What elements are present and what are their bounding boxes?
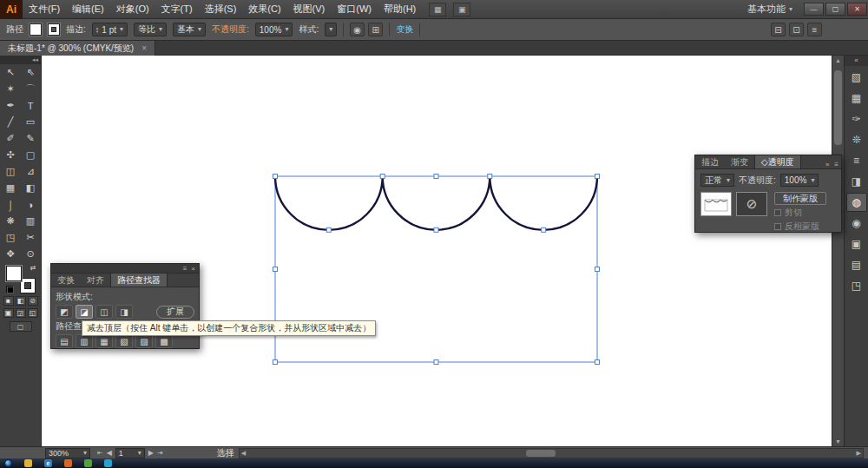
crop-button[interactable]: ▧ bbox=[115, 334, 133, 348]
canvas[interactable] bbox=[42, 56, 832, 446]
brushes-panel-icon[interactable]: ✑ bbox=[846, 109, 867, 129]
menu-item[interactable]: 文字(T) bbox=[155, 3, 199, 16]
panel-menu-icon[interactable]: ≡ bbox=[807, 23, 822, 36]
slice-tool[interactable]: ✂ bbox=[21, 229, 41, 246]
minimize-button[interactable]: — bbox=[804, 3, 824, 16]
horizontal-scroll-thumb[interactable] bbox=[526, 450, 556, 457]
appearance-panel-icon[interactable]: ◉ bbox=[846, 214, 867, 233]
start-button[interactable] bbox=[4, 459, 12, 467]
scroll-left-icon[interactable]: ◀ bbox=[240, 450, 247, 457]
close-button[interactable]: ✕ bbox=[847, 3, 867, 16]
direct-selection-tool[interactable]: ⇖ bbox=[21, 64, 41, 81]
outline-button[interactable]: ▨ bbox=[135, 334, 153, 348]
ie-browser-icon[interactable]: e bbox=[44, 459, 52, 467]
prev-artboard-icon[interactable]: ◀ bbox=[107, 449, 112, 457]
scallop-path[interactable] bbox=[275, 176, 597, 230]
expand-button[interactable]: 扩展 bbox=[156, 306, 194, 319]
screen-mode-button[interactable]: ▢ bbox=[10, 321, 32, 332]
restore-button[interactable]: ▢ bbox=[825, 3, 845, 16]
folder-icon[interactable] bbox=[24, 459, 32, 467]
gradient-button[interactable]: ◧ bbox=[16, 296, 26, 306]
symbol-sprayer-tool[interactable]: ❋ bbox=[1, 213, 21, 229]
width-tool[interactable]: ✣ bbox=[1, 147, 21, 163]
unite-button[interactable]: ◩ bbox=[56, 305, 73, 319]
swap-colors-icon[interactable]: ⇄ bbox=[30, 264, 36, 272]
minus-front-button[interactable]: ◪ bbox=[76, 305, 93, 319]
menu-item[interactable]: 编辑(E) bbox=[66, 3, 110, 16]
stroke-color-swatch[interactable] bbox=[48, 23, 60, 36]
type-tool[interactable]: T bbox=[21, 97, 41, 114]
clip-checkbox-row[interactable]: 剪切 bbox=[774, 207, 826, 219]
vertical-scroll-thumb[interactable] bbox=[834, 70, 842, 145]
eyedropper-tool[interactable]: ⌡ bbox=[1, 196, 21, 213]
line-segment-tool[interactable]: ╱ bbox=[1, 114, 21, 130]
gradient-panel-icon[interactable]: ◨ bbox=[846, 172, 867, 191]
make-mask-button[interactable]: 制作蒙版 bbox=[774, 192, 826, 205]
isolate-mode-icon[interactable]: ⊡ bbox=[789, 23, 804, 36]
tab-透明度[interactable]: ◇透明度 bbox=[754, 155, 801, 168]
pencil-tool[interactable]: ✎ bbox=[21, 130, 41, 147]
trim-button[interactable]: ▥ bbox=[76, 334, 93, 348]
intersect-button[interactable]: ◫ bbox=[95, 305, 113, 319]
tab-close-icon[interactable]: × bbox=[141, 43, 147, 53]
menu-item[interactable]: 窗口(W) bbox=[331, 3, 378, 16]
perspective-grid-tool[interactable]: ⊿ bbox=[21, 163, 41, 180]
artboard-number-field[interactable]: 1 bbox=[115, 448, 145, 458]
first-artboard-icon[interactable]: ⇤ bbox=[97, 449, 103, 457]
rectangle-tool[interactable]: ▭ bbox=[21, 114, 41, 130]
minus-back-button[interactable]: ▩ bbox=[155, 334, 173, 348]
merge-button[interactable]: ▦ bbox=[95, 334, 113, 348]
tools-collapse-icon[interactable]: ◂◂ bbox=[0, 56, 41, 64]
column-graph-tool[interactable]: ▥ bbox=[21, 213, 41, 229]
next-artboard-icon[interactable]: ▶ bbox=[148, 449, 154, 457]
mask-thumbnail[interactable]: ⊘ bbox=[736, 192, 767, 216]
default-colors-icon[interactable] bbox=[6, 286, 14, 293]
blend-mode-dropdown[interactable]: 正常 bbox=[700, 174, 734, 187]
vertical-scrollbar[interactable]: ▲ ▼ bbox=[832, 56, 844, 446]
fill-color-swatch[interactable] bbox=[30, 23, 42, 36]
workspace-switcher[interactable]: 基本功能 bbox=[737, 3, 803, 16]
panel-menu-icon[interactable]: ≡ bbox=[832, 161, 841, 168]
checkbox-icon[interactable] bbox=[774, 209, 781, 216]
graphic-styles-panel-icon[interactable]: ▣ bbox=[846, 234, 867, 254]
stepper-icon[interactable]: ▴▾ bbox=[96, 26, 99, 33]
hand-tool[interactable]: ✥ bbox=[1, 246, 21, 262]
gradient-tool[interactable]: ◧ bbox=[21, 180, 41, 196]
opacity-dropdown[interactable]: 100% bbox=[780, 174, 819, 187]
horizontal-scrollbar[interactable]: ◀ ▶ bbox=[239, 448, 864, 458]
panel-menu-icon[interactable]: ≡ bbox=[183, 265, 187, 273]
tab-描边[interactable]: 描边 bbox=[695, 155, 725, 168]
media-player-icon[interactable] bbox=[64, 459, 72, 467]
stroke-panel-icon[interactable]: ≡ bbox=[846, 151, 867, 170]
brush-definition-dropdown[interactable]: 基本 bbox=[173, 23, 206, 36]
invert-mask-checkbox-row[interactable]: 反相蒙版 bbox=[774, 221, 826, 233]
draw-inside-button[interactable]: ◱ bbox=[28, 308, 38, 318]
arrange-documents-icon[interactable]: ▣ bbox=[453, 3, 470, 16]
zoom-tool[interactable]: ⊙ bbox=[21, 246, 41, 262]
tab-变换[interactable]: 变换 bbox=[51, 274, 81, 287]
document-tab[interactable]: 未标题-1* @ 300% (CMYK/预览) × bbox=[0, 41, 155, 56]
pen-tool[interactable]: ✒ bbox=[1, 97, 21, 114]
tab-路径查找器[interactable]: 路径查找器 bbox=[110, 274, 168, 287]
chat-icon[interactable] bbox=[104, 459, 112, 467]
scroll-down-icon[interactable]: ▼ bbox=[835, 437, 841, 446]
magic-wand-tool[interactable]: ✶ bbox=[1, 81, 21, 97]
artwork-canvas[interactable] bbox=[42, 56, 832, 446]
opacity-link[interactable]: 不透明度: bbox=[212, 23, 249, 36]
swatches-panel-icon[interactable]: ▦ bbox=[846, 89, 867, 108]
opacity-dropdown[interactable]: 100% bbox=[255, 23, 293, 36]
fill-color-indicator[interactable] bbox=[6, 266, 22, 281]
panel-overflow-icon[interactable]: » bbox=[823, 161, 832, 168]
stroke-weight-field[interactable]: ▴▾ 1 pt bbox=[92, 23, 128, 36]
free-transform-tool[interactable]: ▢ bbox=[21, 147, 41, 163]
none-button[interactable]: ⊘ bbox=[28, 296, 38, 306]
divide-button[interactable]: ▤ bbox=[56, 334, 73, 348]
shape-mode-icon[interactable]: ⊟ bbox=[771, 23, 786, 36]
align-panel-icon[interactable]: ⊞ bbox=[368, 23, 383, 36]
stroke-color-indicator[interactable] bbox=[20, 278, 36, 293]
lasso-tool[interactable]: ⌒ bbox=[21, 81, 41, 97]
checkbox-icon[interactable] bbox=[774, 223, 781, 230]
layers-panel-icon[interactable]: ▤ bbox=[846, 255, 867, 274]
menu-item[interactable]: 帮助(H) bbox=[378, 3, 422, 16]
style-dropdown[interactable] bbox=[325, 23, 337, 36]
